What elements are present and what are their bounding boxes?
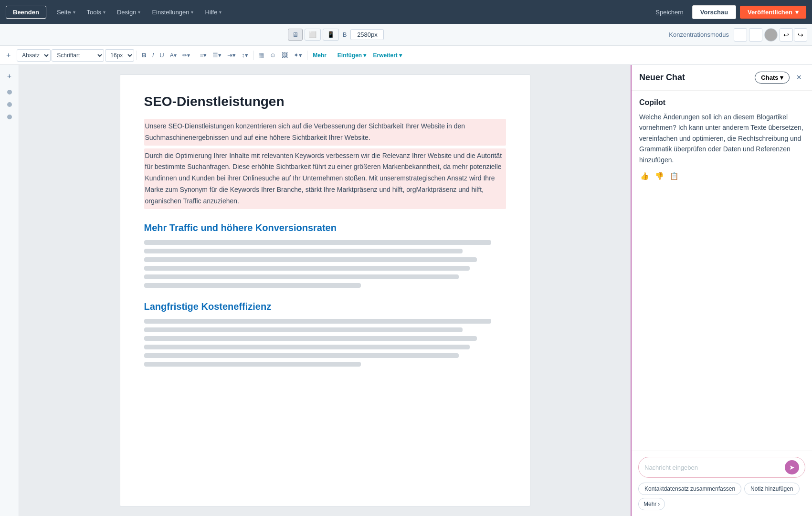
device-toolbar: 🖥 ⬜ 📱 B Konzentrationsmodus ↩ ↪ xyxy=(0,24,812,46)
bold-button[interactable]: B xyxy=(139,50,148,60)
skeleton-1 xyxy=(144,240,492,245)
konz-btn-1[interactable] xyxy=(734,28,747,42)
thumbs-down-button[interactable]: 👎 xyxy=(654,171,665,181)
veroeff-button[interactable]: Veröffentlichen ▾ xyxy=(740,6,806,19)
skeleton-10 xyxy=(144,345,470,349)
editor-canvas[interactable]: SEO-Dienstleistungen Unsere SEO-Dienstle… xyxy=(120,74,530,506)
vorschau-button[interactable]: Vorschau xyxy=(692,5,736,19)
indent-btn[interactable]: ⇥▾ xyxy=(225,50,238,60)
skeleton-11 xyxy=(144,353,459,358)
font-select[interactable]: Schriftart xyxy=(52,49,104,62)
skeleton-7 xyxy=(144,319,492,324)
nav-einstellungen[interactable]: Einstellungen ▾ xyxy=(147,6,198,19)
hilfe-chevron-icon: ▾ xyxy=(219,10,221,15)
konz-btn-2[interactable] xyxy=(749,28,762,42)
sidebar-add-button[interactable]: + xyxy=(4,50,13,61)
chats-button[interactable]: Chats ▾ xyxy=(755,72,790,84)
beenden-button[interactable]: Beenden xyxy=(6,6,46,19)
article-section-2: Mehr Traffic und höhere Konversionsraten xyxy=(144,222,506,288)
einfuegen-button[interactable]: Einfügen ▾ xyxy=(335,51,369,60)
copilot-name: Copilot xyxy=(639,98,804,107)
nav-design[interactable]: Design ▾ xyxy=(112,6,145,19)
paragraph-select[interactable]: Absatz xyxy=(17,49,51,62)
align-button[interactable]: ≡▾ xyxy=(198,50,210,60)
speichern-button[interactable]: Speichern xyxy=(651,6,688,18)
divider-2 xyxy=(195,51,195,60)
top-nav: Beenden Seite ▾ Tools ▾ Design ▾ Einstel… xyxy=(0,0,812,24)
close-panel-button[interactable]: × xyxy=(793,72,804,84)
article-para-1[interactable]: Unsere SEO-Dienstleistungen konzentriere… xyxy=(144,119,506,146)
editor-area[interactable]: SEO-Dienstleistungen Unsere SEO-Dienstle… xyxy=(19,65,631,516)
seite-chevron-icon: ▾ xyxy=(73,10,75,15)
nav-right: Speichern Vorschau Veröffentlichen ▾ xyxy=(651,5,806,19)
section-2-heading[interactable]: Mehr Traffic und höhere Konversionsraten xyxy=(144,222,506,233)
copilot-header: Neuer Chat Chats ▾ × xyxy=(632,65,812,91)
redo-button[interactable]: ↪ xyxy=(794,28,807,42)
sidebar-dot-3[interactable] xyxy=(7,115,12,119)
editor-toolbar: + Absatz Schriftart 16px B I U A▾ ✏▾ ≡▾ … xyxy=(0,46,812,65)
line-height-btn[interactable]: ↕▾ xyxy=(239,50,251,60)
design-chevron-icon: ▾ xyxy=(138,10,140,15)
article-para-2[interactable]: Durch die Optimierung Ihrer Inhalte mit … xyxy=(144,148,506,209)
skeleton-6 xyxy=(144,283,361,288)
desktop-device-button[interactable]: 🖥 xyxy=(288,29,303,41)
sidebar-dot-1[interactable] xyxy=(7,90,12,95)
section-3-heading[interactable]: Langfristige Kosteneffizienz xyxy=(144,301,506,312)
divider-1 xyxy=(137,51,137,60)
message-input-row: ➤ xyxy=(638,457,805,478)
send-icon: ➤ xyxy=(789,463,795,471)
nav-seite[interactable]: Seite ▾ xyxy=(52,6,80,19)
quick-btn-contact[interactable]: Kontaktdatensatz zusammenfassen xyxy=(638,483,741,495)
divider-5 xyxy=(332,51,332,60)
copilot-footer: ➤ Kontaktdatensatz zusammenfassen Notiz … xyxy=(632,451,812,516)
tablet-device-button[interactable]: ⬜ xyxy=(305,29,321,41)
list-btn[interactable]: ☰▾ xyxy=(210,50,224,60)
message-input[interactable] xyxy=(644,464,782,471)
chats-chevron-icon: ▾ xyxy=(780,74,783,81)
skeleton-12 xyxy=(144,362,361,367)
more-button[interactable]: Mehr xyxy=(310,51,329,60)
copilot-panel: Neuer Chat Chats ▾ × Copilot Welche Ände… xyxy=(631,65,812,516)
main-layout: + SEO-Dienstleistungen Unsere SEO-Dienst… xyxy=(0,65,812,516)
image-btn[interactable]: 🖼 xyxy=(279,50,290,60)
underline-button[interactable]: U xyxy=(157,50,166,60)
konz-btn-circle[interactable] xyxy=(764,28,778,42)
skeleton-4 xyxy=(144,266,470,271)
nav-tools[interactable]: Tools ▾ xyxy=(82,6,110,19)
table-btn[interactable]: ▦ xyxy=(256,50,266,60)
copilot-panel-title: Neuer Chat xyxy=(639,73,751,83)
italic-button[interactable]: I xyxy=(150,50,157,60)
article-section-3: Langfristige Kosteneffizienz xyxy=(144,301,506,367)
tools-chevron-icon: ▾ xyxy=(103,10,105,15)
sidebar-dot-2[interactable] xyxy=(7,102,12,107)
quick-more-button[interactable]: Mehr › xyxy=(638,498,665,510)
quick-btn-note[interactable]: Notiz hinzufügen xyxy=(744,483,799,495)
undo-redo-group: ↩ ↪ xyxy=(780,28,807,42)
skeleton-5 xyxy=(144,274,459,279)
mobile-device-button[interactable]: 📱 xyxy=(323,29,339,41)
undo-button[interactable]: ↩ xyxy=(780,28,793,42)
quick-action-buttons: Kontaktdatensatz zusammenfassen Notiz hi… xyxy=(638,483,805,510)
article-title[interactable]: SEO-Dienstleistungen xyxy=(144,94,506,109)
left-sidebar: + xyxy=(0,65,19,516)
copilot-body: Copilot Welche Änderungen soll ich an di… xyxy=(632,91,812,451)
highlight-button[interactable]: ✏▾ xyxy=(180,51,192,60)
emoji-btn[interactable]: ☺ xyxy=(267,50,278,60)
nav-hilfe[interactable]: Hilfe ▾ xyxy=(200,6,226,19)
skeleton-2 xyxy=(144,249,463,253)
thumbs-up-button[interactable]: 👍 xyxy=(639,171,650,181)
send-button[interactable]: ➤ xyxy=(785,460,799,474)
copy-button[interactable]: 📋 xyxy=(669,171,680,181)
veroeff-chevron-icon: ▾ xyxy=(795,9,799,16)
copilot-message: Welche Änderungen soll ich an diesem Blo… xyxy=(639,112,804,165)
breakpoint-input[interactable] xyxy=(350,29,384,40)
star-btn[interactable]: ✦▾ xyxy=(291,50,305,60)
size-select[interactable]: 16px xyxy=(105,49,134,62)
divider-3 xyxy=(253,51,253,60)
erweitert-button[interactable]: Erweitert ▾ xyxy=(370,51,405,60)
sidebar-add-icon[interactable]: + xyxy=(4,71,15,82)
divider-4 xyxy=(307,51,307,60)
font-color-button[interactable]: A▾ xyxy=(168,51,179,60)
skeleton-3 xyxy=(144,257,477,262)
article-intro-section: Unsere SEO-Dienstleistungen konzentriere… xyxy=(144,119,506,209)
